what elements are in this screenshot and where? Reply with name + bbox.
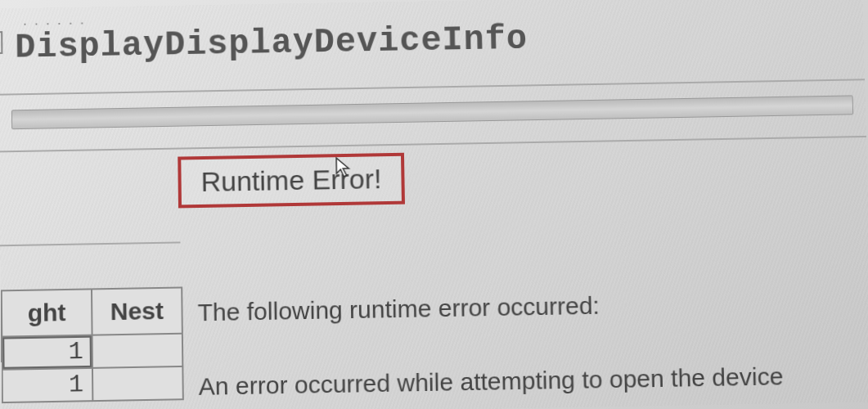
progress-bar [11,95,853,129]
divider-line [0,79,865,95]
column-header[interactable]: ght [2,289,92,336]
decoration-dots: . . . . . . [23,11,86,29]
table-cell[interactable] [92,366,183,401]
column-header[interactable]: Nest [92,288,182,335]
error-heading-box: Runtime Error! [178,153,405,209]
table-row: 1 [2,366,183,402]
error-message-line: The following runtime error occurred: [197,292,600,327]
divider-line-3 [0,241,180,246]
table-header-row: ght Nest [2,288,182,337]
table-cell[interactable]: 1 [2,335,92,370]
section-title: DisplayDisplayDeviceInfo [15,20,528,68]
divider-line-2 [0,136,866,152]
error-heading: Runtime Error! [200,163,381,197]
error-message-line: An error occurred while attempting to op… [199,362,784,401]
table-row: 1 [2,334,182,370]
section-title-area: DisplayDisplayDeviceInfo [0,14,864,68]
table-cell[interactable] [92,334,183,368]
data-table: ght Nest 1 1 [1,286,184,403]
table-cell[interactable]: 1 [2,368,93,402]
